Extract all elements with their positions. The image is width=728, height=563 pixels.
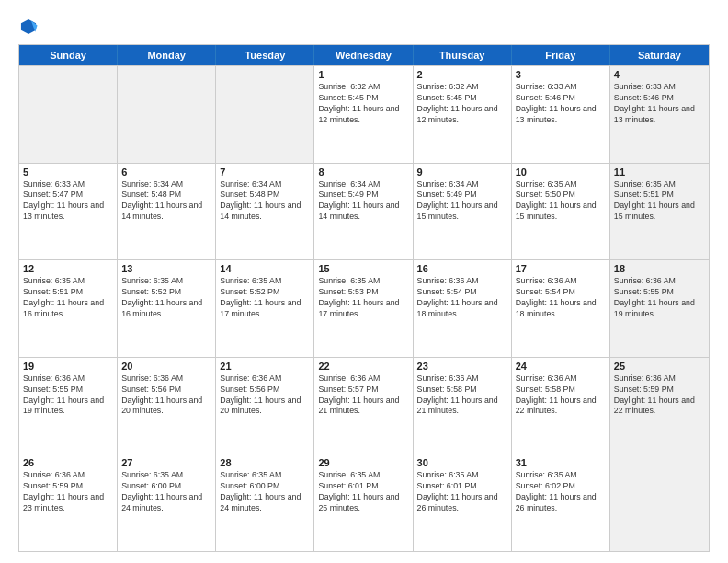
cell-info-line: Sunset: 6:00 PM [121,481,211,492]
cell-info-line: Daylight: 11 hours and 14 minutes. [318,201,408,223]
cell-info-line: Sunset: 5:46 PM [614,93,705,104]
cell-info-line: Sunrise: 6:34 AM [417,179,507,190]
cal-cell-5-2: 27Sunrise: 6:35 AMSunset: 6:00 PMDayligh… [118,454,216,551]
day-number: 16 [417,263,507,274]
weekday-header-wednesday: Wednesday [314,45,413,65]
cell-info-line: Daylight: 11 hours and 21 minutes. [318,396,408,418]
day-number: 15 [318,263,408,274]
cal-cell-3-1: 12Sunrise: 6:35 AMSunset: 5:51 PMDayligh… [19,260,118,357]
day-number: 28 [220,457,310,468]
weekday-header-sunday: Sunday [19,45,118,65]
cell-info-line: Sunset: 5:49 PM [417,190,507,201]
day-number: 26 [23,457,113,468]
logo [18,17,42,37]
cal-cell-1-4: 1Sunrise: 6:32 AMSunset: 5:45 PMDaylight… [314,66,413,163]
day-number: 5 [23,167,113,178]
weekday-header-saturday: Saturday [610,45,709,65]
cal-cell-2-5: 9Sunrise: 6:34 AMSunset: 5:49 PMDaylight… [414,164,512,260]
calendar: SundayMondayTuesdayWednesdayThursdayFrid… [18,44,710,552]
cell-info-line: Sunset: 5:47 PM [23,190,113,201]
day-number: 30 [417,457,507,468]
cell-info-line: Daylight: 11 hours and 15 minutes. [516,201,606,223]
cal-cell-4-7: 25Sunrise: 6:36 AMSunset: 5:59 PMDayligh… [610,358,709,454]
cell-info-line: Sunset: 5:49 PM [318,190,408,201]
cell-info-line: Sunrise: 6:33 AM [614,82,705,93]
cal-cell-3-2: 13Sunrise: 6:35 AMSunset: 5:52 PMDayligh… [118,260,216,357]
cal-cell-1-1 [19,66,118,163]
cal-cell-3-5: 16Sunrise: 6:36 AMSunset: 5:54 PMDayligh… [414,260,512,357]
cal-cell-2-3: 7Sunrise: 6:34 AMSunset: 5:48 PMDaylight… [216,164,314,260]
cell-info-line: Daylight: 11 hours and 19 minutes. [614,298,705,320]
cal-cell-5-1: 26Sunrise: 6:36 AMSunset: 5:59 PMDayligh… [19,454,118,551]
calendar-body: 1Sunrise: 6:32 AMSunset: 5:45 PMDaylight… [19,65,709,551]
day-number: 22 [318,361,408,372]
cal-cell-4-1: 19Sunrise: 6:36 AMSunset: 5:55 PMDayligh… [19,358,118,454]
day-number: 24 [516,361,606,372]
cell-info-line: Sunset: 5:46 PM [516,93,606,104]
cal-cell-2-6: 10Sunrise: 6:35 AMSunset: 5:50 PMDayligh… [512,164,610,260]
cell-info-line: Sunset: 5:58 PM [516,385,606,396]
cell-info-line: Daylight: 11 hours and 24 minutes. [220,492,310,514]
cell-info-line: Sunset: 5:52 PM [220,287,310,298]
cell-info-line: Daylight: 11 hours and 22 minutes. [614,396,705,418]
week-row-1: 1Sunrise: 6:32 AMSunset: 5:45 PMDaylight… [19,65,709,163]
cell-info-line: Sunset: 6:01 PM [417,481,507,492]
cell-info-line: Sunrise: 6:35 AM [318,276,408,287]
week-row-3: 12Sunrise: 6:35 AMSunset: 5:51 PMDayligh… [19,259,709,357]
cell-info-line: Sunrise: 6:35 AM [516,179,606,190]
cell-info-line: Sunset: 5:54 PM [516,287,606,298]
cell-info-line: Sunrise: 6:35 AM [318,470,408,481]
cal-cell-1-6: 3Sunrise: 6:33 AMSunset: 5:46 PMDaylight… [512,66,610,163]
page: SundayMondayTuesdayWednesdayThursdayFrid… [0,0,728,563]
day-number: 14 [220,263,310,274]
weekday-header-friday: Friday [512,45,610,65]
cell-info-line: Sunset: 5:54 PM [417,287,507,298]
cal-cell-5-4: 29Sunrise: 6:35 AMSunset: 6:01 PMDayligh… [314,454,413,551]
cal-cell-3-3: 14Sunrise: 6:35 AMSunset: 5:52 PMDayligh… [216,260,314,357]
cell-info-line: Daylight: 11 hours and 23 minutes. [23,492,113,514]
cell-info-line: Sunrise: 6:36 AM [614,373,705,385]
week-row-4: 19Sunrise: 6:36 AMSunset: 5:55 PMDayligh… [19,357,709,454]
day-number: 11 [614,167,705,178]
day-number: 12 [23,263,113,274]
cal-cell-5-3: 28Sunrise: 6:35 AMSunset: 6:00 PMDayligh… [216,454,314,551]
cal-cell-4-4: 22Sunrise: 6:36 AMSunset: 5:57 PMDayligh… [314,358,413,454]
cal-cell-4-6: 24Sunrise: 6:36 AMSunset: 5:58 PMDayligh… [512,358,610,454]
cal-cell-1-2 [118,66,216,163]
cell-info-line: Daylight: 11 hours and 19 minutes. [23,396,113,418]
cell-info-line: Sunrise: 6:32 AM [318,82,408,93]
cell-info-line: Sunrise: 6:35 AM [614,179,705,190]
cal-cell-1-7: 4Sunrise: 6:33 AMSunset: 5:46 PMDaylight… [610,66,709,163]
cell-info-line: Sunrise: 6:35 AM [23,276,113,287]
cal-cell-2-4: 8Sunrise: 6:34 AMSunset: 5:49 PMDaylight… [314,164,413,260]
cell-info-line: Sunset: 5:57 PM [318,385,408,396]
cell-info-line: Sunset: 5:48 PM [121,190,211,201]
day-number: 2 [417,69,507,80]
cell-info-line: Sunset: 5:45 PM [318,93,408,104]
cell-info-line: Daylight: 11 hours and 17 minutes. [220,298,310,320]
cell-info-line: Daylight: 11 hours and 15 minutes. [417,201,507,223]
cal-cell-4-2: 20Sunrise: 6:36 AMSunset: 5:56 PMDayligh… [118,358,216,454]
cell-info-line: Sunrise: 6:36 AM [417,373,507,385]
cell-info-line: Sunrise: 6:35 AM [417,470,507,481]
cell-info-line: Daylight: 11 hours and 13 minutes. [516,104,606,126]
cell-info-line: Daylight: 11 hours and 18 minutes. [516,298,606,320]
day-number: 27 [121,457,211,468]
day-number: 6 [121,167,211,178]
cell-info-line: Sunrise: 6:36 AM [220,373,310,385]
cell-info-line: Sunrise: 6:34 AM [220,179,310,190]
day-number: 4 [614,69,705,80]
cell-info-line: Sunset: 5:58 PM [417,385,507,396]
cell-info-line: Daylight: 11 hours and 25 minutes. [318,492,408,514]
cell-info-line: Sunrise: 6:33 AM [516,82,606,93]
cal-cell-1-5: 2Sunrise: 6:32 AMSunset: 5:45 PMDaylight… [414,66,512,163]
cell-info-line: Sunset: 6:00 PM [220,481,310,492]
cell-info-line: Daylight: 11 hours and 14 minutes. [121,201,211,223]
day-number: 23 [417,361,507,372]
cal-cell-5-7 [610,454,709,551]
cell-info-line: Sunset: 5:50 PM [516,190,606,201]
cal-cell-5-6: 31Sunrise: 6:35 AMSunset: 6:02 PMDayligh… [512,454,610,551]
weekday-header-thursday: Thursday [414,45,512,65]
cell-info-line: Sunrise: 6:35 AM [516,470,606,481]
day-number: 8 [318,167,408,178]
